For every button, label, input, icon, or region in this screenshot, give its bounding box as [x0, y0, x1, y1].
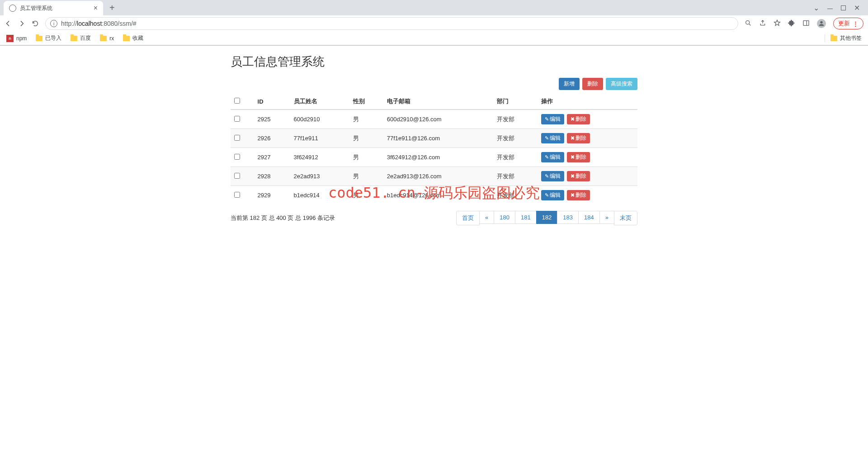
bookmark-rx[interactable]: rx	[100, 35, 114, 42]
edit-button[interactable]: ✎编辑	[541, 133, 564, 143]
edit-button[interactable]: ✎编辑	[541, 114, 564, 124]
cell-gender: 男	[349, 167, 383, 186]
search-icon[interactable]	[745, 19, 752, 28]
minimize-icon[interactable]	[827, 9, 833, 9]
delete-button[interactable]: 删除	[582, 78, 603, 90]
table-row: 29282e2ad913男2e2ad913@126.com开发部✎编辑✖删除	[231, 167, 637, 186]
pencil-icon: ✎	[545, 135, 549, 141]
row-delete-button[interactable]: ✖删除	[567, 152, 590, 162]
new-tab-button[interactable]: +	[109, 3, 115, 13]
extensions-icon[interactable]	[788, 19, 795, 28]
tab-bar: 员工管理系统 × + ⌄ ✕	[0, 0, 868, 15]
svg-rect-1	[803, 20, 809, 25]
cell-gender: 男	[349, 148, 383, 167]
bookmark-npm[interactable]: nnpm	[6, 35, 27, 42]
close-tab-icon[interactable]: ×	[94, 4, 98, 12]
cell-name: 2e2ad913	[290, 167, 349, 186]
star-icon[interactable]	[774, 19, 781, 28]
page-next[interactable]: »	[599, 211, 614, 224]
row-checkbox[interactable]	[234, 192, 240, 198]
remove-icon: ✖	[571, 116, 575, 122]
folder-icon	[830, 36, 837, 41]
advanced-search-button[interactable]: 高级搜索	[606, 78, 637, 90]
row-checkbox[interactable]	[234, 173, 240, 179]
cell-email: 600d2910@126.com	[383, 109, 494, 129]
cell-name: 77f1e911	[290, 129, 349, 148]
page-first[interactable]: 首页	[456, 211, 480, 225]
edit-button[interactable]: ✎编辑	[541, 190, 564, 200]
row-delete-button[interactable]: ✖删除	[567, 114, 590, 124]
page-last[interactable]: 末页	[614, 211, 637, 225]
pencil-icon: ✎	[545, 173, 549, 179]
header-email: 电子邮箱	[383, 94, 494, 109]
share-icon[interactable]	[759, 19, 766, 28]
add-button[interactable]: 新增	[559, 78, 580, 90]
record-info: 当前第 182 页 总 400 页 总 1996 条记录	[231, 214, 335, 222]
page-181[interactable]: 181	[515, 211, 537, 224]
cell-name: 3f624912	[290, 148, 349, 167]
cell-dept: 开发部	[493, 129, 538, 148]
header-op: 操作	[538, 94, 637, 109]
forward-button[interactable]	[18, 20, 25, 27]
address-bar[interactable]: i http://localhost:8080/ssm/#	[45, 17, 738, 30]
remove-icon: ✖	[571, 135, 575, 141]
table-row: 2929b1edc914男b1edc914@126.com开发部✎编辑✖删除	[231, 186, 637, 205]
table-row: 292677f1e911男77f1e911@126.com开发部✎编辑✖删除	[231, 129, 637, 148]
window-close-icon[interactable]: ✕	[854, 4, 860, 12]
bookmark-imported[interactable]: 已导入	[36, 34, 61, 42]
back-button[interactable]	[5, 20, 12, 27]
row-checkbox[interactable]	[234, 116, 240, 122]
table-header-row: ID 员工姓名 性别 电子邮箱 部门 操作	[231, 94, 637, 109]
select-all-checkbox[interactable]	[234, 98, 240, 104]
cell-id: 2926	[254, 129, 290, 148]
update-button[interactable]: 更新⋮	[833, 18, 863, 29]
employee-table: ID 员工姓名 性别 电子邮箱 部门 操作 2925600d2910男600d2…	[231, 94, 637, 204]
action-bar: 新增 删除 高级搜索	[231, 78, 637, 90]
side-panel-icon[interactable]	[802, 19, 810, 28]
pencil-icon: ✎	[545, 116, 549, 122]
npm-icon: n	[6, 35, 14, 42]
row-delete-button[interactable]: ✖删除	[567, 190, 590, 200]
cell-dept: 开发部	[493, 109, 538, 129]
browser-tab[interactable]: 员工管理系统 ×	[4, 1, 103, 15]
row-checkbox[interactable]	[234, 154, 240, 160]
bookmark-favorites[interactable]: 收藏	[123, 34, 143, 42]
site-info-icon[interactable]: i	[50, 20, 57, 27]
folder-icon	[36, 36, 42, 41]
cell-id: 2925	[254, 109, 290, 129]
pencil-icon: ✎	[545, 154, 549, 160]
svg-point-2	[820, 21, 822, 24]
header-name: 员工姓名	[290, 94, 349, 109]
cell-name: b1edc914	[290, 186, 349, 205]
window-controls: ⌄ ✕	[813, 4, 868, 12]
header-gender: 性别	[349, 94, 383, 109]
cell-dept: 开发部	[493, 148, 538, 167]
table-row: 29273f624912男3f624912@126.com开发部✎编辑✖删除	[231, 148, 637, 167]
maximize-icon[interactable]	[841, 5, 846, 10]
chevron-down-icon[interactable]: ⌄	[813, 4, 819, 12]
page-prev[interactable]: «	[479, 211, 494, 224]
edit-button[interactable]: ✎编辑	[541, 171, 564, 181]
page-180[interactable]: 180	[494, 211, 515, 224]
row-checkbox[interactable]	[234, 135, 240, 141]
cell-dept: 开发部	[493, 167, 538, 186]
page-title: 员工信息管理系统	[231, 54, 637, 70]
profile-avatar[interactable]	[817, 19, 826, 28]
row-delete-button[interactable]: ✖删除	[567, 133, 590, 143]
row-delete-button[interactable]: ✖删除	[567, 171, 590, 181]
header-checkbox-cell	[231, 94, 254, 109]
cell-gender: 男	[349, 129, 383, 148]
edit-button[interactable]: ✎编辑	[541, 152, 564, 162]
page-184[interactable]: 184	[578, 211, 600, 224]
cell-dept: 开发部	[493, 186, 538, 205]
cell-id: 2929	[254, 186, 290, 205]
page-182[interactable]: 182	[536, 211, 558, 224]
reload-button[interactable]	[32, 20, 39, 27]
globe-icon	[9, 5, 16, 12]
cell-id: 2928	[254, 167, 290, 186]
bookmark-baidu[interactable]: 百度	[71, 34, 91, 42]
page-183[interactable]: 183	[557, 211, 579, 224]
header-dept: 部门	[493, 94, 538, 109]
cell-gender: 男	[349, 109, 383, 129]
bookmark-other[interactable]: 其他书签	[825, 34, 862, 42]
